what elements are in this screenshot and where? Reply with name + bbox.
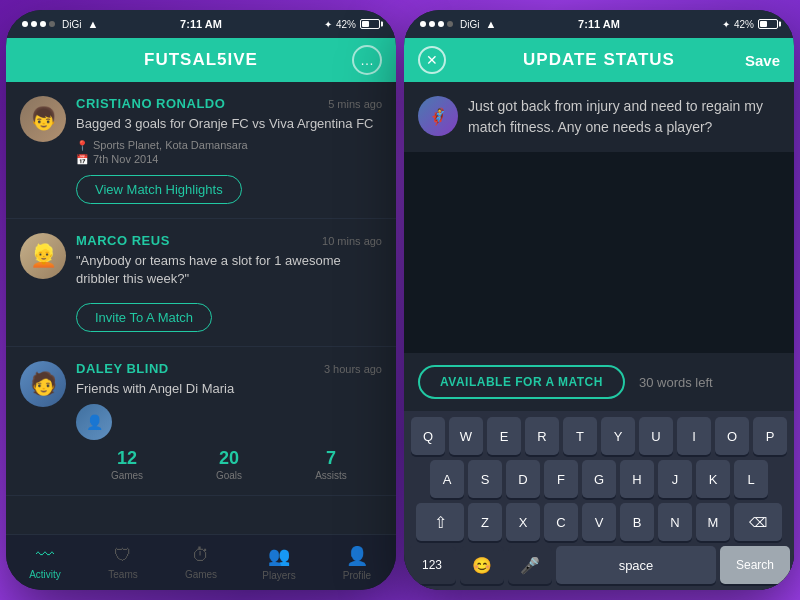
carrier-label: DiGi (62, 19, 81, 30)
feed-header-daley: DALEY BLIND 3 hours ago (76, 361, 382, 376)
teams-icon: 🛡 (114, 545, 132, 566)
signal-dot-3 (40, 21, 46, 27)
mic-key[interactable]: 🎤 (508, 546, 552, 584)
stat-games-label: Games (111, 470, 143, 481)
key-e[interactable]: E (487, 417, 521, 455)
key-c[interactable]: C (544, 503, 578, 541)
keyboard-row-3: ⇧ Z X C V B N M ⌫ (408, 503, 790, 541)
compose-avatar: 🦸 (418, 96, 458, 136)
key-v[interactable]: V (582, 503, 616, 541)
key-m[interactable]: M (696, 503, 730, 541)
phones-container: DiGi ▲ 7:11 AM ✦ 42% FUTSAL5IVE … (6, 10, 794, 590)
view-highlights-button[interactable]: View Match Highlights (76, 175, 242, 204)
player-name-marco: MARCO REUS (76, 233, 170, 248)
key-t[interactable]: T (563, 417, 597, 455)
nav-players[interactable]: 👥 Players (240, 545, 318, 581)
avatar-marco: 👱 (20, 233, 66, 279)
key-b[interactable]: B (620, 503, 654, 541)
wifi-icon: ▲ (87, 18, 98, 30)
feed-header-cr7: CRISTIANO RONALDO 5 mins ago (76, 96, 382, 111)
key-q[interactable]: Q (411, 417, 445, 455)
key-k[interactable]: K (696, 460, 730, 498)
app-header-right: ✕ UPDATE STATUS Save (404, 38, 794, 82)
signal-dot-4 (49, 21, 55, 27)
status-bar-left: DiGi ▲ 7:11 AM ✦ 42% (6, 10, 396, 38)
carrier-right: DiGi (460, 19, 479, 30)
key-n[interactable]: N (658, 503, 692, 541)
shift-key[interactable]: ⇧ (416, 503, 464, 541)
stat-goals: 20 Goals (178, 448, 280, 481)
bottom-nav: 〰 Activity 🛡 Teams ⏱ Games 👥 Players 👤 P… (6, 534, 396, 590)
signal-dot-r1 (420, 21, 426, 27)
friend-avatar: 👤 (76, 404, 112, 440)
key-o[interactable]: O (715, 417, 749, 455)
numbers-key[interactable]: 123 (408, 546, 456, 584)
key-z[interactable]: Z (468, 503, 502, 541)
update-status-title: UPDATE STATUS (523, 50, 675, 70)
activity-feed: 👦 CRISTIANO RONALDO 5 mins ago Bagged 3 … (6, 82, 396, 534)
close-button[interactable]: ✕ (418, 46, 446, 74)
key-i[interactable]: I (677, 417, 711, 455)
keyboard-row-4: 123 😊 🎤 space Search (408, 546, 790, 584)
players-icon: 👥 (268, 545, 290, 567)
feed-item-cr7: 👦 CRISTIANO RONALDO 5 mins ago Bagged 3 … (6, 82, 396, 219)
close-icon: ✕ (426, 52, 438, 68)
calendar-icon: 📅 (76, 154, 88, 165)
avatar-daley: 🧑 (20, 361, 66, 407)
time-label: 7:11 AM (180, 18, 222, 30)
key-f[interactable]: F (544, 460, 578, 498)
chat-button[interactable]: … (352, 45, 382, 75)
compose-text[interactable]: Just got back from injury and need to re… (468, 96, 780, 138)
time-label-right: 7:11 AM (578, 18, 620, 30)
stat-games-value: 12 (117, 448, 137, 469)
signal-dot-r3 (438, 21, 444, 27)
key-a[interactable]: A (430, 460, 464, 498)
space-key[interactable]: space (556, 546, 716, 584)
stats-row-daley: 12 Games 20 Goals 7 Assists (76, 448, 382, 481)
nav-activity[interactable]: 〰 Activity (6, 545, 84, 580)
update-status-content: 🦸 Just got back from injury and need to … (404, 82, 794, 590)
emoji-key[interactable]: 😊 (460, 546, 504, 584)
key-j[interactable]: J (658, 460, 692, 498)
key-x[interactable]: X (506, 503, 540, 541)
signal-dot-r2 (429, 21, 435, 27)
available-badge[interactable]: AVAILABLE FOR A MATCH (418, 365, 625, 399)
status-right-left: DiGi ▲ (420, 18, 496, 30)
invite-to-match-button[interactable]: Invite To A Match (76, 303, 212, 332)
key-r[interactable]: R (525, 417, 559, 455)
time-ago-cr7: 5 mins ago (328, 98, 382, 110)
status-right-right: ✦ 42% (722, 19, 778, 30)
key-d[interactable]: D (506, 460, 540, 498)
activity-icon: 〰 (36, 545, 54, 566)
key-l[interactable]: L (734, 460, 768, 498)
time-ago-marco: 10 mins ago (322, 235, 382, 247)
app-header-left: FUTSAL5IVE … (6, 38, 396, 82)
battery-label-right: 42% (734, 19, 754, 30)
key-u[interactable]: U (639, 417, 673, 455)
feed-item-marco: 👱 MARCO REUS 10 mins ago "Anybody or tea… (6, 219, 396, 346)
feed-text-marco: "Anybody or teams have a slot for 1 awes… (76, 252, 382, 288)
nav-teams[interactable]: 🛡 Teams (84, 545, 162, 580)
key-g[interactable]: G (582, 460, 616, 498)
save-button[interactable]: Save (745, 52, 780, 69)
status-badge-row: AVAILABLE FOR A MATCH 30 words left (404, 353, 794, 411)
key-y[interactable]: Y (601, 417, 635, 455)
profile-icon: 👤 (346, 545, 368, 567)
keyboard-row-1: Q W E R T Y U I O P (408, 417, 790, 455)
keyboard: Q W E R T Y U I O P A S D F G (404, 411, 794, 590)
games-icon: ⏱ (192, 545, 210, 566)
search-key[interactable]: Search (720, 546, 790, 584)
delete-key[interactable]: ⌫ (734, 503, 782, 541)
battery-icon (360, 19, 380, 29)
nav-players-label: Players (262, 570, 295, 581)
key-p[interactable]: P (753, 417, 787, 455)
battery-label: 42% (336, 19, 356, 30)
words-left-label: 30 words left (639, 375, 713, 390)
nav-profile[interactable]: 👤 Profile (318, 545, 396, 581)
key-s[interactable]: S (468, 460, 502, 498)
nav-games[interactable]: ⏱ Games (162, 545, 240, 580)
key-h[interactable]: H (620, 460, 654, 498)
key-w[interactable]: W (449, 417, 483, 455)
player-name-cr7: CRISTIANO RONALDO (76, 96, 225, 111)
nav-games-label: Games (185, 569, 217, 580)
